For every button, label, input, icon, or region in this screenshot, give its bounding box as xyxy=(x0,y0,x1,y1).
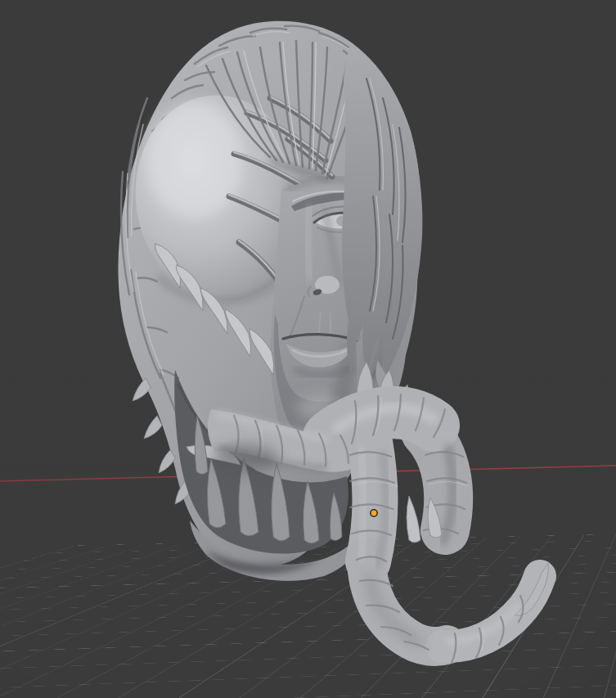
origin-dot[interactable] xyxy=(371,510,377,516)
tongue-root-shadow xyxy=(213,444,278,473)
eye-dome-highlight xyxy=(146,101,244,219)
blender-3d-viewport[interactable] xyxy=(0,0,616,698)
scene-svg xyxy=(0,0,616,698)
origin-dot-circle[interactable] xyxy=(371,510,377,516)
sculpt-model[interactable] xyxy=(118,21,548,663)
fang xyxy=(407,496,420,543)
spike xyxy=(144,416,162,439)
